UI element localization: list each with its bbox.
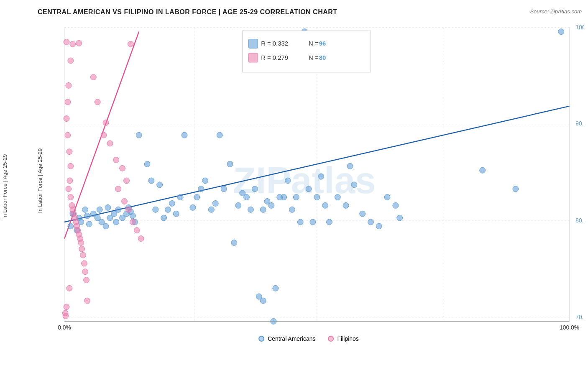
svg-point-126 — [82, 261, 87, 266]
svg-point-82 — [306, 186, 312, 192]
svg-point-69 — [260, 207, 266, 212]
svg-point-140 — [120, 165, 125, 171]
svg-point-86 — [322, 202, 328, 208]
source-text: Source: ZipAtlas.com — [530, 8, 582, 15]
legend-filipinos: Filipinos — [328, 335, 359, 342]
svg-point-93 — [376, 223, 382, 229]
svg-point-94 — [384, 194, 390, 200]
svg-text:70.0%: 70.0% — [575, 314, 584, 320]
y-axis-label: In Labor Force | Age 25-29 — [37, 148, 43, 213]
svg-point-141 — [124, 178, 130, 184]
svg-text:80.0%: 80.0% — [575, 217, 584, 224]
svg-text:0.0%: 0.0% — [58, 324, 71, 331]
y-axis-label-text: In Labor Force | Age 25-29 — [2, 154, 8, 219]
svg-point-99 — [513, 186, 519, 192]
svg-point-91 — [360, 211, 366, 217]
svg-point-98 — [480, 167, 486, 173]
svg-point-56 — [202, 178, 208, 184]
svg-point-49 — [169, 201, 175, 207]
central-americans-dot — [258, 336, 264, 342]
svg-point-45 — [153, 207, 159, 212]
svg-point-107 — [64, 116, 69, 122]
svg-point-79 — [293, 194, 299, 200]
svg-point-77 — [260, 298, 266, 304]
svg-point-101 — [64, 39, 69, 45]
svg-point-134 — [90, 74, 96, 80]
svg-point-42 — [136, 132, 142, 138]
svg-point-58 — [212, 201, 218, 207]
svg-text:100.0%: 100.0% — [560, 324, 579, 331]
svg-point-28 — [97, 207, 102, 212]
svg-point-60 — [221, 186, 227, 192]
svg-text:96: 96 — [319, 40, 326, 47]
svg-point-123 — [78, 240, 84, 246]
svg-point-61 — [227, 161, 233, 167]
svg-rect-150 — [248, 39, 258, 49]
svg-text:80: 80 — [319, 54, 326, 61]
svg-point-51 — [177, 194, 183, 200]
svg-point-74 — [281, 194, 287, 200]
svg-point-92 — [368, 219, 374, 225]
svg-point-31 — [105, 204, 111, 210]
chart-container: CENTRAL AMERICAN VS FILIPINO IN LABOR FO… — [0, 0, 588, 373]
svg-point-66 — [248, 207, 254, 212]
svg-point-76 — [289, 207, 295, 212]
svg-point-103 — [76, 40, 82, 46]
svg-point-72 — [273, 285, 279, 291]
svg-rect-149 — [243, 31, 371, 72]
svg-point-129 — [66, 285, 72, 291]
svg-point-102 — [70, 41, 76, 47]
svg-point-96 — [397, 215, 403, 221]
svg-point-108 — [65, 132, 71, 138]
svg-point-146 — [134, 227, 140, 233]
svg-text:R = 0.332: R = 0.332 — [261, 40, 288, 47]
svg-point-85 — [318, 174, 324, 179]
plot-area: In Labor Force | Age 25-29 100.0% 90.0% … — [33, 19, 584, 342]
svg-point-67 — [252, 186, 258, 192]
svg-point-57 — [208, 207, 214, 212]
svg-point-40 — [130, 213, 135, 219]
svg-point-89 — [343, 202, 349, 208]
svg-point-35 — [115, 207, 121, 212]
svg-point-97 — [347, 163, 353, 169]
svg-point-84 — [314, 194, 320, 200]
svg-point-30 — [103, 223, 109, 229]
svg-point-80 — [297, 219, 303, 225]
svg-point-105 — [66, 82, 72, 88]
svg-text:90.0%: 90.0% — [575, 120, 584, 127]
svg-point-131 — [64, 304, 69, 310]
legend-central-americans: Central Americans — [258, 335, 315, 342]
svg-point-75 — [285, 178, 291, 184]
svg-point-135 — [95, 99, 100, 105]
filipinos-label: Filipinos — [337, 335, 359, 342]
svg-point-25 — [87, 221, 92, 227]
svg-point-53 — [190, 204, 196, 210]
svg-point-110 — [68, 163, 74, 169]
svg-point-43 — [144, 161, 150, 167]
svg-point-148 — [63, 313, 69, 319]
svg-point-133 — [128, 41, 133, 47]
svg-point-44 — [148, 178, 154, 184]
svg-point-127 — [82, 269, 88, 275]
svg-point-142 — [115, 186, 121, 192]
svg-point-62 — [231, 240, 237, 246]
svg-point-104 — [68, 58, 74, 64]
svg-point-139 — [113, 157, 119, 163]
svg-point-106 — [65, 99, 71, 105]
svg-point-88 — [335, 194, 340, 200]
svg-point-147 — [138, 236, 144, 242]
svg-point-34 — [113, 219, 119, 225]
svg-point-54 — [194, 194, 200, 200]
svg-point-65 — [244, 194, 250, 200]
svg-point-71 — [268, 202, 274, 208]
svg-point-138 — [107, 141, 113, 146]
svg-point-111 — [67, 178, 73, 184]
svg-point-48 — [165, 207, 171, 212]
svg-point-125 — [80, 252, 86, 258]
svg-point-95 — [393, 202, 399, 208]
svg-point-50 — [173, 211, 179, 217]
filipinos-dot — [328, 336, 334, 342]
svg-text:N =: N = — [309, 54, 319, 61]
svg-point-63 — [235, 202, 241, 208]
svg-point-46 — [157, 182, 163, 188]
